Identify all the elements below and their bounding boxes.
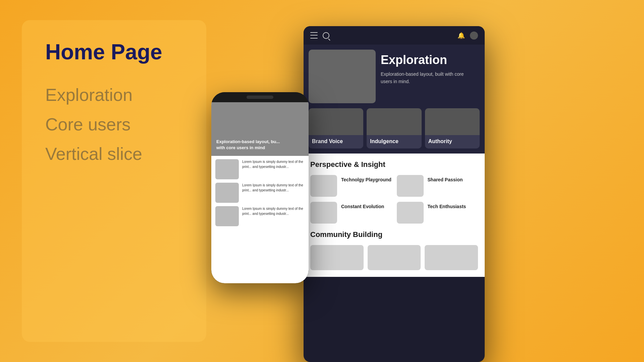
left-panel: Home Page Exploration Core users Vertica…	[22, 20, 206, 342]
list-item-text: Lorem Ipsum is simply dummy text of the …	[242, 206, 305, 216]
feature-vertical-slice: Vertical slice	[45, 143, 183, 166]
perspective-thumb-tech-enthusiasts	[397, 202, 424, 224]
list-item-text: Lorem Ipsum is simply dummy text of the …	[242, 183, 305, 193]
card-authority-label: Authority	[425, 135, 480, 148]
community-section-title: Community Building	[310, 230, 478, 239]
perspective-label-constant-evolution: Constant Evolution	[341, 202, 384, 210]
phone-list: Lorem Ipsum is simply dummy text of the …	[211, 156, 309, 233]
card-authority-image	[425, 108, 480, 135]
list-item-thumb	[215, 183, 239, 203]
card-indulgence-label: Indulgence	[367, 135, 421, 148]
tablet-hero-image	[309, 50, 376, 103]
phone-mockup: Exploration-based layout, bu...with core…	[211, 92, 309, 283]
hamburger-menu-icon[interactable]	[310, 32, 318, 39]
card-indulgence[interactable]: Indulgence	[367, 108, 421, 148]
feature-list: Exploration Core users Vertical slice	[45, 84, 183, 165]
tablet-screen: Exploration Exploration-based layout, bu…	[304, 45, 485, 277]
page-title: Home Page	[45, 40, 183, 64]
list-item-thumb	[215, 206, 239, 226]
community-item-1	[310, 245, 364, 270]
list-item: Lorem Ipsum is simply dummy text of the …	[215, 183, 305, 203]
phone-notch-bar	[211, 92, 309, 102]
card-brand-voice-label: Brand Voice	[309, 135, 363, 148]
list-item: Lorem Ipsum is simply dummy text of the …	[215, 159, 305, 179]
community-item-3	[425, 245, 478, 270]
tablet-cards-row: Brand Voice Indulgence Authority	[304, 108, 485, 154]
perspective-thumb-shared-passion	[397, 175, 424, 197]
community-item-2	[368, 245, 421, 270]
perspective-label-shared-passion: Shared Passion	[428, 175, 463, 183]
feature-core-users: Core users	[45, 113, 183, 136]
perspective-thumb-constant-evolution	[310, 202, 337, 224]
tablet-mockup: 🔔 Exploration Exploration-based layout, …	[304, 26, 485, 362]
phone-screen: Exploration-based layout, bu...with core…	[211, 102, 309, 283]
list-item-thumb	[215, 159, 239, 179]
phone-hero-image: Exploration-based layout, bu...with core…	[211, 102, 309, 156]
card-brand-voice[interactable]: Brand Voice	[309, 108, 363, 148]
card-brand-voice-image	[309, 108, 363, 135]
user-avatar[interactable]	[470, 32, 478, 40]
tablet-hero-desc: Exploration-based layout, built with cor…	[381, 70, 475, 85]
perspective-item-technology: Technolgy Playground	[310, 175, 392, 197]
tablet-top-right-icons: 🔔	[458, 32, 478, 40]
feature-exploration: Exploration	[45, 84, 183, 107]
perspective-label-tech-enthusiasts: Tech Enthusiasts	[428, 202, 466, 210]
perspective-thumb-technology	[310, 175, 337, 197]
list-item: Lorem Ipsum is simply dummy text of the …	[215, 206, 305, 226]
community-row	[310, 245, 478, 270]
card-indulgence-image	[367, 108, 421, 135]
card-authority[interactable]: Authority	[425, 108, 480, 148]
search-icon[interactable]	[323, 32, 329, 39]
perspective-item-constant-evolution: Constant Evolution	[310, 202, 392, 224]
perspective-label-technology: Technolgy Playground	[341, 175, 391, 183]
perspective-section-title: Perspective & Insight	[310, 160, 478, 169]
perspective-item-tech-enthusiasts: Tech Enthusiasts	[397, 202, 478, 224]
tablet-hero-title: Exploration	[381, 53, 475, 67]
perspective-item-shared-passion: Shared Passion	[397, 175, 478, 197]
phone-notch	[247, 96, 273, 99]
tablet-topbar: 🔔	[304, 26, 485, 45]
phone-hero-text: Exploration-based layout, bu...with core…	[216, 139, 304, 151]
bell-icon[interactable]: 🔔	[458, 32, 465, 39]
tablet-hero-section: Exploration Exploration-based layout, bu…	[304, 45, 485, 108]
perspective-grid: Technolgy Playground Shared Passion Cons…	[310, 175, 478, 224]
list-item-text: Lorem Ipsum is simply dummy text of the …	[242, 159, 305, 169]
tablet-hero-text-block: Exploration Exploration-based layout, bu…	[376, 50, 480, 103]
perspective-section: Perspective & Insight Technolgy Playgrou…	[304, 154, 485, 277]
